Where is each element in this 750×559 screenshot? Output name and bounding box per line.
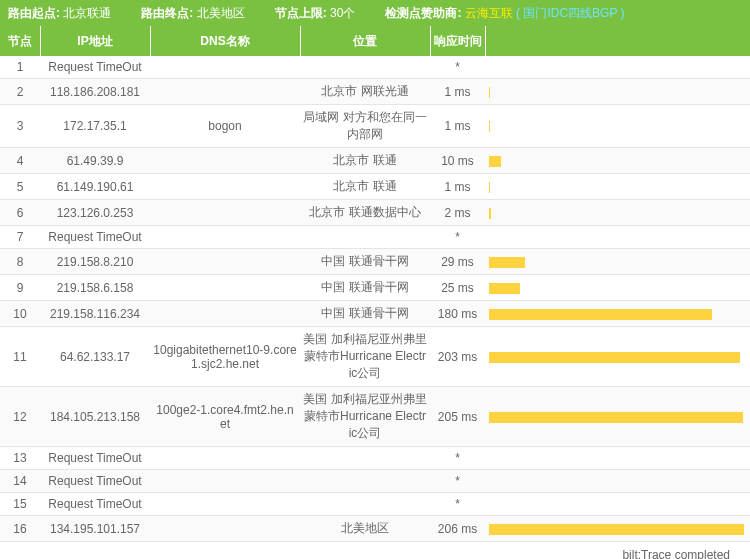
latency-bar [489, 283, 520, 294]
start-value: 北京联通 [63, 6, 111, 20]
sponsor-sub: ( 国门IDC四线BGP ) [516, 6, 624, 20]
cell-location: 中国 联通骨干网 [300, 249, 430, 275]
cell-dns [150, 447, 300, 470]
cell-dns [150, 174, 300, 200]
table-row: 461.49.39.9北京市 联通10 ms [0, 148, 750, 174]
cell-ip: Request TimeOut [40, 226, 150, 249]
cell-dns [150, 200, 300, 226]
limit-label: 节点上限: [275, 6, 327, 20]
cell-dns [150, 148, 300, 174]
cell-node: 12 [0, 387, 40, 447]
table-header-row: 节点 IP地址 DNS名称 位置 响应时间 [0, 26, 750, 56]
table-row: 1Request TimeOut* [0, 56, 750, 79]
cell-bar [485, 226, 750, 249]
cell-location [300, 56, 430, 79]
table-row: 3172.17.35.1bogon局域网 对方和您在同一内部网1 ms [0, 105, 750, 148]
table-row: 6123.126.0.253北京市 联通数据中心2 ms [0, 200, 750, 226]
cell-node: 14 [0, 470, 40, 493]
cell-ip: 184.105.213.158 [40, 387, 150, 447]
cell-ip: 219.158.116.234 [40, 301, 150, 327]
col-latency: 响应时间 [430, 26, 485, 56]
table-row: 14Request TimeOut* [0, 470, 750, 493]
cell-node: 7 [0, 226, 40, 249]
limit-value: 30个 [330, 6, 355, 20]
col-bar [485, 26, 750, 56]
latency-bar [489, 121, 490, 132]
trace-status: bjlt:Trace completed [0, 542, 750, 559]
cell-ip: 134.195.101.157 [40, 516, 150, 542]
cell-latency: * [430, 226, 485, 249]
cell-bar [485, 493, 750, 516]
cell-latency: * [430, 493, 485, 516]
latency-bar [489, 182, 490, 193]
cell-ip: Request TimeOut [40, 56, 150, 79]
col-dns: DNS名称 [150, 26, 300, 56]
cell-location: 局域网 对方和您在同一内部网 [300, 105, 430, 148]
cell-latency: 203 ms [430, 327, 485, 387]
cell-latency: 1 ms [430, 79, 485, 105]
cell-dns [150, 493, 300, 516]
cell-bar [485, 200, 750, 226]
cell-bar [485, 79, 750, 105]
table-row: 13Request TimeOut* [0, 447, 750, 470]
cell-bar [485, 105, 750, 148]
sponsor: 检测点赞助商: 云海互联 ( 国门IDC四线BGP ) [385, 0, 624, 26]
cell-location: 美国 加利福尼亚州弗里蒙特市Hurricane Electric公司 [300, 387, 430, 447]
cell-node: 16 [0, 516, 40, 542]
cell-ip: 118.186.208.181 [40, 79, 150, 105]
cell-node: 9 [0, 275, 40, 301]
cell-bar [485, 470, 750, 493]
cell-location: 北京市 联通 [300, 148, 430, 174]
cell-latency: * [430, 56, 485, 79]
start-label: 路由起点: [8, 6, 60, 20]
latency-bar [489, 412, 743, 423]
cell-latency: * [430, 470, 485, 493]
table-row: 12184.105.213.158100ge2-1.core4.fmt2.he.… [0, 387, 750, 447]
cell-ip: 64.62.133.17 [40, 327, 150, 387]
table-row: 10219.158.116.234中国 联通骨干网180 ms [0, 301, 750, 327]
table-row: 16134.195.101.157北美地区206 ms [0, 516, 750, 542]
latency-bar [489, 309, 712, 320]
cell-location: 北京市 联通数据中心 [300, 200, 430, 226]
trace-table: 节点 IP地址 DNS名称 位置 响应时间 1Request TimeOut*2… [0, 26, 750, 542]
cell-latency: 206 ms [430, 516, 485, 542]
cell-latency: 2 ms [430, 200, 485, 226]
cell-ip: 172.17.35.1 [40, 105, 150, 148]
cell-bar [485, 387, 750, 447]
latency-bar [489, 257, 525, 268]
cell-bar [485, 301, 750, 327]
cell-node: 4 [0, 148, 40, 174]
cell-bar [485, 447, 750, 470]
sponsor-link[interactable]: 云海互联 [465, 6, 513, 20]
cell-latency: 10 ms [430, 148, 485, 174]
cell-dns [150, 516, 300, 542]
cell-node: 6 [0, 200, 40, 226]
node-limit: 节点上限: 30个 [275, 0, 356, 26]
col-node: 节点 [0, 26, 40, 56]
route-end: 路由终点: 北美地区 [141, 0, 244, 26]
cell-bar [485, 516, 750, 542]
cell-node: 8 [0, 249, 40, 275]
table-row: 1164.62.133.1710gigabitethernet10-9.core… [0, 327, 750, 387]
table-row: 2118.186.208.181北京市 网联光通1 ms [0, 79, 750, 105]
latency-bar [489, 524, 744, 535]
cell-dns [150, 301, 300, 327]
sponsor-label: 检测点赞助商: [385, 6, 461, 20]
cell-location: 北美地区 [300, 516, 430, 542]
cell-ip: 219.158.8.210 [40, 249, 150, 275]
cell-latency: 1 ms [430, 174, 485, 200]
col-ip: IP地址 [40, 26, 150, 56]
end-value: 北美地区 [197, 6, 245, 20]
cell-latency: 205 ms [430, 387, 485, 447]
cell-latency: 29 ms [430, 249, 485, 275]
cell-node: 2 [0, 79, 40, 105]
cell-dns: 100ge2-1.core4.fmt2.he.net [150, 387, 300, 447]
cell-latency: 1 ms [430, 105, 485, 148]
cell-dns [150, 226, 300, 249]
cell-ip: Request TimeOut [40, 447, 150, 470]
latency-bar [489, 87, 490, 98]
cell-dns: 10gigabitethernet10-9.core1.sjc2.he.net [150, 327, 300, 387]
cell-ip: Request TimeOut [40, 493, 150, 516]
cell-node: 11 [0, 327, 40, 387]
table-row: 7Request TimeOut* [0, 226, 750, 249]
